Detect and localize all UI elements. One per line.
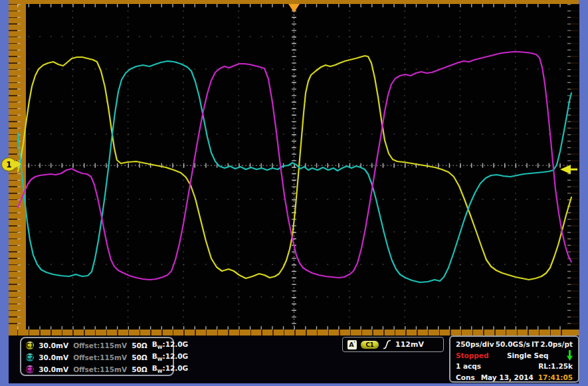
channel-row-c2[interactable]: C2 30.0mV Offset:115mV 50Ω BW:12.0G — [21, 351, 173, 363]
channel-badge-c2[interactable]: C2 — [26, 353, 34, 361]
channel1-reference-arrow-icon — [15, 160, 21, 168]
channel-settings-box: C1 30.0mV Offset:115mV 50Ω BW:12.0G C2 3… — [20, 337, 174, 376]
time-value: 17:41:05 — [538, 373, 573, 381]
channel-scale: 30.0mV — [39, 365, 68, 373]
channel-row-c3[interactable]: C3 30.0mV Offset:115mV 50Ω BW:12.0G — [21, 363, 173, 375]
sequence-mode: Single Seq — [507, 351, 549, 359]
trigger-source-badge: C1 — [361, 341, 379, 349]
acquisition-status-box[interactable]: 250ps/div 50.0GS/s IT 2.0ps/pt Stopped S… — [449, 336, 579, 383]
channel-termination: 50Ω — [132, 341, 147, 349]
trigger-event-badge: A' — [347, 340, 357, 349]
acquisition-count: 1 acqs — [456, 362, 481, 370]
timebase-value: 250ps/div — [456, 340, 494, 348]
channel-badge-c1[interactable]: C1 — [26, 341, 34, 349]
channel-offset: Offset:115mV — [73, 353, 127, 361]
channel-bandwidth: BW:12.0G — [152, 352, 188, 362]
channel-termination: 50Ω — [132, 365, 147, 373]
channel-offset: Offset:115mV — [73, 365, 127, 373]
trigger-readout-box[interactable]: A' C1 112mV — [342, 337, 444, 352]
rising-edge-icon — [383, 339, 391, 349]
horizontal-readout-row: 250ps/div 50.0GS/s IT 2.0ps/pt — [456, 339, 573, 350]
channel-offset: Offset:115mV — [73, 341, 127, 349]
resolution-value: 2.0ps/pt — [540, 340, 573, 348]
channel1-reference-marker[interactable]: 1 — [1, 157, 17, 171]
waveform-display[interactable] — [26, 4, 579, 330]
record-length: RL:1.25k — [538, 362, 573, 370]
channel-scale: 30.0mV — [39, 353, 68, 361]
channel-bandwidth: BW:12.0G — [152, 340, 188, 350]
channel-termination: 50Ω — [132, 353, 147, 361]
channel-scale: 30.0mV — [39, 341, 68, 349]
channel-badge-c3[interactable]: C3 — [26, 365, 34, 373]
graticule-frame — [9, 0, 579, 336]
date-value: May 13, 2014 — [481, 373, 534, 381]
oscilloscope-screen: 1 C1 30.0mV Offset:115mV 50Ω BW:12.0G C2… — [0, 0, 588, 386]
acquisition-status: Stopped — [456, 351, 488, 359]
run-state-row: Stopped Single Seq — [456, 350, 573, 361]
channel-bandwidth: BW:12.0G — [152, 364, 188, 374]
trigger-level-value: 112mV — [395, 340, 424, 349]
interpolation-mode: IT — [532, 340, 539, 348]
channel-row-c1[interactable]: C1 30.0mV Offset:115mV 50Ω BW:12.0G — [21, 339, 173, 351]
arrow-down-icon — [567, 350, 573, 361]
datetime-row: Cons May 13, 2014 17:41:05 — [456, 372, 573, 383]
acq-count-row: 1 acqs RL:1.25k — [456, 361, 573, 372]
readout-panel: C1 30.0mV Offset:115mV 50Ω BW:12.0G C2 3… — [9, 336, 579, 383]
cons-label: Cons — [456, 373, 475, 381]
sample-rate-value: 50.0GS/s — [496, 340, 530, 348]
